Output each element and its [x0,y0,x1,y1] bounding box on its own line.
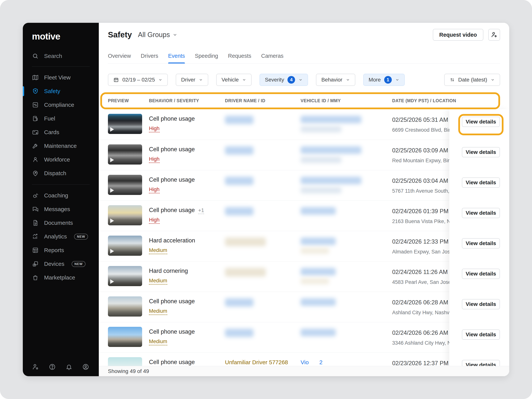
view-details-button[interactable]: View details [462,299,500,309]
user-settings-icon[interactable] [32,363,39,370]
date-range-filter[interactable]: 02/19 – 02/25 [108,74,168,86]
sidebar-item-marketplace[interactable]: Marketplace [23,271,99,285]
table-row[interactable]: Cell phone usage High 02/25/2026 03:09 A… [99,140,509,170]
event-video-thumbnail[interactable] [108,114,142,134]
severity-label[interactable]: Medium [149,247,167,254]
behavior-filter[interactable]: Behavior [316,74,355,86]
behavior-label: Cell phone usage [149,298,195,305]
sidebar-item-label: Fuel [44,115,55,122]
tab-drivers[interactable]: Drivers [141,53,158,63]
vehicle-id-redacted [301,238,336,254]
view-details-button[interactable]: View details [462,238,500,248]
tab-speeding[interactable]: Speeding [195,53,218,63]
sidebar-item-safety[interactable]: Safety [23,84,99,98]
sidebar-item-fuel[interactable]: Fuel [23,112,99,125]
group-selector-value: All Groups [138,31,170,39]
date-range-value: 02/19 – 02/25 [122,77,155,83]
credit-card-icon [32,129,39,136]
tab-bar: Overview Drivers Events Speeding Request… [108,49,500,63]
view-details-button[interactable]: View details [462,208,500,218]
request-video-button[interactable]: Request video [433,29,483,41]
severity-label[interactable]: Medium [149,278,167,285]
group-selector[interactable]: All Groups [138,31,177,39]
sidebar-divider [32,184,90,184]
behavior-label: Cell phone usage+1 [149,207,204,214]
table-row[interactable]: Hard acceleration Medium 02/24/2026 12:3… [99,231,509,261]
events-table: PREVIEW BEHAVIOR / SEVERITY DRIVER NAME … [99,92,509,376]
severity-filter[interactable]: Severity 4 [260,74,308,86]
wrench-icon [32,142,39,149]
severity-label[interactable]: High [149,187,160,193]
additional-events-count[interactable]: +1 [198,208,204,214]
sidebar-item-analytics[interactable]: Analytics NEW [23,230,99,243]
event-video-thumbnail[interactable] [108,327,142,347]
sidebar-item-cards[interactable]: Cards [23,125,99,139]
driver-filter[interactable]: Driver [176,74,208,86]
sidebar-item-label: Maintenance [44,143,77,149]
desktop-background: motive Search Fleet View Safety Complian… [0,0,532,399]
sidebar-item-label: Safety [44,88,60,95]
user-settings-button[interactable] [488,29,500,41]
more-filters[interactable]: More 1 [363,74,405,86]
tab-cameras[interactable]: Cameras [261,53,284,63]
table-row[interactable]: Hard cornering Medium 02/24/2026 11:26 A… [99,261,509,292]
event-video-thumbnail[interactable] [108,175,142,195]
column-header-date: DATE (MDY PST) / LOCATION [392,92,456,109]
view-details-button[interactable]: View details [462,117,500,127]
vehicle-id-link[interactable]: Vio2 [301,359,323,366]
tab-events[interactable]: Events [168,53,185,63]
view-details-button[interactable]: View details [462,329,500,340]
severity-label[interactable]: Medium [149,339,167,345]
more-count-badge: 1 [384,76,392,84]
view-details-button[interactable]: View details [462,177,500,188]
table-row[interactable]: Cell phone usage High 02/25/2026 05:31 A… [99,109,509,140]
table-row[interactable]: Cell phone usage+1 High 02/24/2026 01:39… [99,200,509,231]
table-row[interactable]: Cell phone usage Medium 02/24/2026 06:26… [99,322,509,352]
severity-label[interactable]: High [149,156,160,163]
severity-label[interactable]: Medium [149,308,167,315]
play-icon [110,188,114,193]
column-header-vehicle: VEHICLE ID / MMY [301,92,341,109]
sidebar-item-dispatch[interactable]: Dispatch [23,166,99,180]
sidebar-item-reports[interactable]: Reports [23,243,99,257]
sidebar-item-messages[interactable]: Messages [23,202,99,216]
bell-icon[interactable] [65,363,73,370]
severity-label[interactable]: High [149,217,160,224]
driver-name: Unfamiliar Driver 577268 [225,359,288,366]
main-content: Safety All Groups Request video Overview… [99,23,509,376]
table-body: Cell phone usage High 02/25/2026 05:31 A… [99,109,509,376]
play-icon [110,279,114,284]
sidebar-item-devices[interactable]: Devices NEW [23,257,99,271]
sidebar-item-fleet-view[interactable]: Fleet View [23,71,99,84]
table-row[interactable]: Cell phone usage Medium 02/24/2026 06:28… [99,292,509,322]
table-row[interactable]: Cell phone usage High 02/25/2026 03:04 A… [99,170,509,200]
tab-requests[interactable]: Requests [228,53,251,63]
event-video-thumbnail[interactable] [108,266,142,286]
sidebar-item-workforce[interactable]: Workforce [23,153,99,166]
tab-overview[interactable]: Overview [108,53,131,63]
sidebar-item-maintenance[interactable]: Maintenance [23,139,99,153]
shopping-bag-icon [32,274,39,281]
account-icon[interactable] [82,363,89,370]
report-icon [32,247,39,254]
chevron-down-icon [298,78,303,82]
column-header-driver: DRIVER NAME / ID [225,92,266,109]
help-icon[interactable] [49,363,56,370]
sort-selector[interactable]: Date (latest) [444,74,500,86]
sidebar-item-coaching[interactable]: Coaching [23,189,99,202]
event-video-thumbnail[interactable] [108,236,142,256]
event-video-thumbnail[interactable] [108,205,142,225]
sidebar-item-label: Fleet View [44,74,71,81]
view-details-button[interactable]: View details [462,269,500,279]
severity-count-badge: 4 [287,76,295,84]
view-details-button[interactable]: View details [462,147,500,157]
event-video-thumbnail[interactable] [108,296,142,317]
chevron-down-icon [346,78,350,82]
play-icon [110,218,114,223]
sidebar-item-compliance[interactable]: Compliance [23,98,99,112]
sidebar-search[interactable]: Search [23,50,99,62]
vehicle-filter[interactable]: Vehicle [216,74,252,86]
severity-label[interactable]: High [149,126,160,133]
event-video-thumbnail[interactable] [108,144,142,165]
sidebar-item-documents[interactable]: Documents [23,216,99,230]
